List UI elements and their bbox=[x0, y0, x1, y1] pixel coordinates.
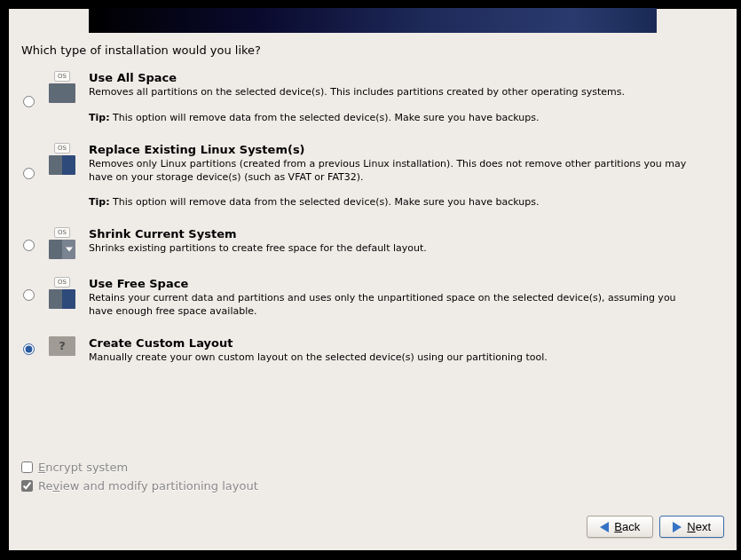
disk-glyph bbox=[49, 289, 75, 309]
disk-glyph bbox=[49, 155, 75, 175]
option-shrink[interactable]: OS Shrink Current System Shrinks existin… bbox=[21, 227, 724, 259]
option-description: Shrinks existing partitions to create fr… bbox=[89, 242, 724, 256]
os-badge: OS bbox=[54, 71, 70, 82]
radio-shrink[interactable] bbox=[23, 240, 35, 251]
installer-window: Which type of installation would you lik… bbox=[9, 9, 737, 550]
option-title: Create Custom Layout bbox=[89, 336, 724, 350]
radio-custom-layout[interactable] bbox=[23, 343, 35, 355]
radio-use-all-space[interactable] bbox=[23, 96, 35, 107]
disk-icon-shrink: OS bbox=[48, 227, 76, 259]
os-badge: OS bbox=[54, 227, 70, 238]
radio-use-free-space[interactable] bbox=[23, 289, 35, 301]
disk-glyph bbox=[49, 240, 75, 259]
option-description: Manually create your own custom layout o… bbox=[89, 351, 724, 365]
disk-icon-replace: OS bbox=[48, 143, 76, 175]
option-tip: Tip: This option will remove data from t… bbox=[89, 112, 724, 125]
option-description: Removes only Linux partitions (created f… bbox=[89, 158, 724, 185]
encrypt-label: Encrypt system bbox=[38, 461, 128, 474]
option-title: Use All Space bbox=[89, 71, 724, 84]
header-banner bbox=[89, 8, 657, 33]
option-description: Retains your current data and partitions… bbox=[89, 292, 724, 319]
review-layout-checkbox-row[interactable]: Review and modify partitioning layout bbox=[21, 479, 724, 493]
disk-icon-custom: ? bbox=[48, 336, 76, 356]
option-use-all-space[interactable]: OS Use All Space Removes all partitions … bbox=[21, 71, 724, 125]
question-icon: ? bbox=[49, 336, 75, 356]
review-checkbox[interactable] bbox=[21, 480, 33, 492]
next-button[interactable]: Next bbox=[659, 516, 724, 538]
button-bar: Back Next bbox=[9, 516, 737, 550]
disk-glyph bbox=[49, 83, 75, 103]
checkbox-group: Encrypt system Review and modify partiti… bbox=[9, 461, 737, 516]
back-button[interactable]: Back bbox=[587, 516, 653, 538]
encrypt-checkbox[interactable] bbox=[21, 461, 33, 473]
review-label: Review and modify partitioning layout bbox=[38, 479, 258, 493]
os-badge: OS bbox=[54, 143, 70, 154]
option-tip: Tip: This option will remove data from t… bbox=[89, 196, 724, 209]
arrow-right-icon bbox=[673, 522, 682, 532]
back-label: Back bbox=[614, 520, 640, 533]
option-title: Use Free Space bbox=[89, 277, 724, 290]
next-label: Next bbox=[687, 520, 711, 533]
option-use-free-space[interactable]: OS Use Free Space Retains your current d… bbox=[21, 277, 724, 319]
option-custom-layout[interactable]: ? Create Custom Layout Manually create y… bbox=[21, 336, 724, 365]
option-title: Shrink Current System bbox=[89, 227, 724, 241]
option-replace-linux[interactable]: OS Replace Existing Linux System(s) Remo… bbox=[21, 143, 724, 210]
radio-replace-linux[interactable] bbox=[23, 168, 35, 179]
os-badge: OS bbox=[54, 277, 70, 288]
prompt-text: Which type of installation would you lik… bbox=[9, 43, 737, 71]
option-description: Removes all partitions on the selected d… bbox=[89, 86, 724, 99]
disk-icon-free: OS bbox=[48, 277, 76, 309]
encrypt-system-checkbox-row[interactable]: Encrypt system bbox=[21, 461, 724, 474]
arrow-left-icon bbox=[600, 522, 609, 532]
option-title: Replace Existing Linux System(s) bbox=[89, 143, 724, 156]
disk-icon-use-all: OS bbox=[48, 71, 76, 103]
installation-type-options: OS Use All Space Removes all partitions … bbox=[9, 71, 737, 461]
